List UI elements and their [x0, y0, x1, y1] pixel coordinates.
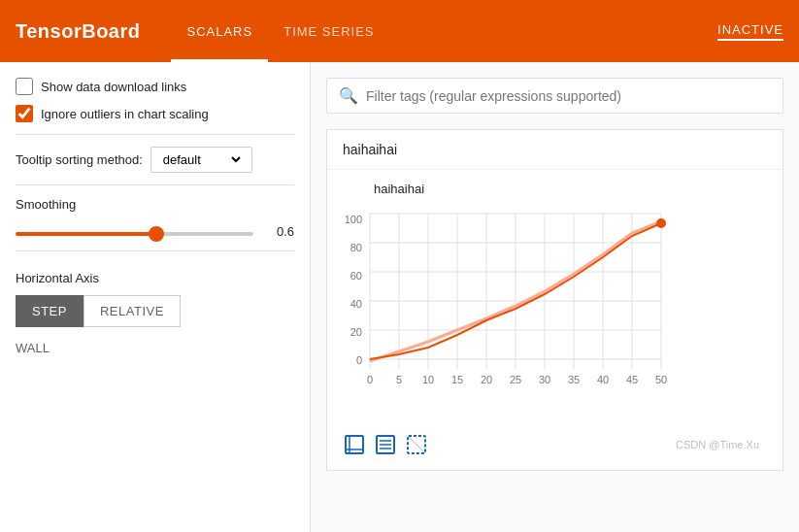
- svg-text:15: 15: [451, 374, 463, 385]
- content-area: 🔍 haihaihai haihaihai 100 80 60 40 20: [311, 62, 799, 532]
- chart-card-title: haihaihai: [327, 130, 782, 170]
- svg-text:20: 20: [350, 326, 362, 338]
- relative-button[interactable]: RELATIVE: [83, 295, 181, 327]
- svg-rect-35: [346, 436, 363, 453]
- fit-chart-icon[interactable]: [405, 433, 428, 456]
- svg-text:20: 20: [481, 374, 492, 385]
- svg-text:60: 60: [350, 270, 362, 282]
- tooltip-sorting-row: Tooltip sorting method: default ascendin…: [16, 147, 294, 173]
- chart-subtitle: haihaihai: [374, 182, 767, 196]
- svg-line-43: [408, 436, 425, 453]
- svg-text:30: 30: [539, 374, 550, 385]
- smoothing-slider[interactable]: [16, 232, 253, 236]
- svg-text:45: 45: [626, 374, 638, 385]
- divider-3: [16, 250, 294, 251]
- chart-card: haihaihai haihaihai 100 80 60 40 20 0: [326, 129, 783, 471]
- svg-text:0: 0: [356, 354, 362, 366]
- smoothing-section: Smoothing 0.6: [16, 197, 294, 239]
- chart-toolbar-icons: [343, 433, 428, 456]
- show-download-checkbox[interactable]: [16, 78, 33, 95]
- main-nav: SCALARS TIME SERIES: [171, 0, 686, 62]
- chart-svg-container: 100 80 60 40 20 0 0 5 10 15 20 25 30: [335, 204, 767, 427]
- tooltip-sorting-label: Tooltip sorting method:: [16, 152, 143, 167]
- wall-label[interactable]: WALL: [16, 337, 294, 359]
- tooltip-sorting-select[interactable]: default ascending descending: [150, 147, 252, 173]
- smoothing-label: Smoothing: [16, 197, 294, 212]
- svg-text:100: 100: [345, 214, 362, 225]
- chart-area: haihaihai 100 80 60 40 20 0 0 5: [327, 170, 782, 470]
- smoothing-slider-container: [16, 223, 253, 239]
- header: TensorBoard SCALARS TIME SERIES INACTIVE: [0, 0, 799, 62]
- horizontal-axis-section: Horizontal Axis STEP RELATIVE WALL: [16, 271, 294, 359]
- nav-time-series[interactable]: TIME SERIES: [268, 0, 389, 62]
- main-layout: Show data download links Ignore outliers…: [0, 62, 799, 532]
- status-badge: INACTIVE: [717, 22, 783, 41]
- smoothing-value: 0.6: [265, 224, 294, 239]
- ignore-outliers-checkbox[interactable]: [16, 105, 33, 122]
- ignore-outliers-row: Ignore outliers in chart scaling: [16, 105, 294, 122]
- search-icon: 🔍: [339, 86, 358, 105]
- show-download-row: Show data download links: [16, 78, 294, 95]
- slider-row: 0.6: [16, 223, 294, 239]
- svg-text:5: 5: [396, 374, 402, 385]
- chart-toolbar: CSDN @Time.Xu: [335, 427, 767, 462]
- horizontal-axis-label: Horizontal Axis: [16, 271, 294, 285]
- svg-text:35: 35: [568, 374, 580, 385]
- chart-svg: 100 80 60 40 20 0 0 5 10 15 20 25 30: [335, 204, 752, 427]
- svg-text:0: 0: [367, 374, 373, 385]
- list-view-icon[interactable]: [374, 433, 397, 456]
- step-button[interactable]: STEP: [16, 295, 83, 327]
- expand-chart-icon[interactable]: [343, 433, 366, 456]
- svg-text:25: 25: [510, 374, 521, 385]
- svg-text:40: 40: [350, 298, 362, 310]
- svg-point-34: [656, 218, 666, 228]
- app-logo: TensorBoard: [16, 20, 140, 43]
- divider-2: [16, 184, 294, 185]
- svg-text:50: 50: [655, 374, 667, 385]
- attribution: CSDN @Time.Xu: [676, 439, 759, 450]
- svg-text:10: 10: [422, 374, 434, 385]
- sidebar: Show data download links Ignore outliers…: [0, 62, 311, 532]
- show-download-label[interactable]: Show data download links: [41, 80, 186, 94]
- axis-buttons: STEP RELATIVE: [16, 295, 294, 327]
- search-input[interactable]: [366, 88, 771, 104]
- svg-text:40: 40: [597, 374, 609, 385]
- ignore-outliers-label[interactable]: Ignore outliers in chart scaling: [41, 107, 209, 121]
- svg-text:80: 80: [350, 242, 362, 253]
- tooltip-sorting-dropdown[interactable]: default ascending descending: [159, 151, 244, 168]
- search-bar: 🔍: [326, 78, 783, 114]
- divider-1: [16, 134, 294, 135]
- nav-scalars[interactable]: SCALARS: [171, 0, 268, 62]
